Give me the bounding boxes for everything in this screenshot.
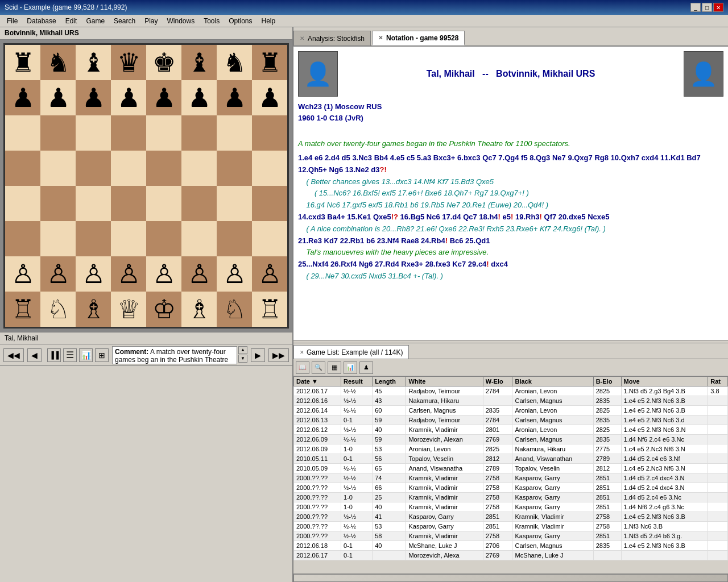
table-row[interactable]: 2012.06.091-053Aronian, Levon2825Nakamur… [294,444,728,454]
square-b1[interactable]: ♘ [40,292,76,327]
square-f7[interactable]: ♟ [181,80,217,115]
nav-board-icon-button[interactable]: ▐▐ [47,348,61,362]
square-a7[interactable]: ♟ [5,80,40,115]
square-h7[interactable]: ♟ [252,80,287,115]
square-e8[interactable]: ♚ [146,45,181,80]
menu-options[interactable]: Options [224,16,257,26]
tab-notation[interactable]: ✕ Notation - game 99528 [372,31,465,45]
table-row[interactable]: 2000.??.??1-025Kramnik, Vladimir2758Kasp… [294,493,728,502]
square-e6[interactable] [146,115,181,151]
close-button[interactable]: ✕ [713,3,723,12]
square-d6[interactable] [111,115,146,151]
square-c4[interactable] [76,186,111,221]
square-d8[interactable]: ♛ [111,45,146,80]
gamelist-graph-icon-button[interactable]: 📊 [344,361,357,374]
nav-list-icon-button[interactable]: ☰ [63,348,77,362]
nav-setup-icon-button[interactable]: ⊞ [95,348,109,362]
square-h4[interactable] [252,186,287,221]
square-d5[interactable] [111,151,146,186]
gamelist-board-icon-button[interactable]: ♟ [359,361,373,374]
square-c8[interactable]: ♝ [76,45,111,80]
square-c6[interactable] [76,115,111,151]
square-a4[interactable] [5,186,40,221]
table-row[interactable]: 2012.06.17½-½45Radjabov, Teimour2784Aron… [294,386,728,396]
tab-analysis-close-icon[interactable]: ✕ [300,35,304,41]
col-rating[interactable]: Rat [708,377,728,386]
tab-notation-close-icon[interactable]: ✕ [378,35,383,41]
gamelist-book-icon-button[interactable]: 📖 [296,361,309,374]
square-c7[interactable]: ♟ [76,80,111,115]
nav-last-button[interactable]: ▶▶ [268,348,289,362]
menu-edit[interactable]: Edit [61,16,82,26]
square-a6[interactable] [5,115,40,151]
square-e5[interactable] [146,151,181,186]
chess-board[interactable]: ♜♞♝♛♚♝♞♜♟♟♟♟♟♟♟♟♙♙♙♙♙♙♙♙♖♘♗♕♔♗♘♖ [3,43,289,329]
table-row[interactable]: 2012.06.16½-½43Nakamura, HikaruCarlsen, … [294,396,728,406]
square-h1[interactable]: ♖ [252,292,287,327]
square-b5[interactable] [40,151,76,186]
table-row[interactable]: 2012.06.09½-½59Morozevich, Alexan2769Car… [294,435,728,444]
square-g8[interactable]: ♞ [217,45,252,80]
col-length[interactable]: Length [373,377,406,386]
nav-first-button[interactable]: ◀◀ [3,348,24,362]
square-a8[interactable]: ♜ [5,45,40,80]
nav-next-button[interactable]: ▶ [251,348,265,362]
square-a2[interactable]: ♙ [5,256,40,292]
menu-play[interactable]: Play [140,16,162,26]
square-f1[interactable]: ♗ [181,292,217,327]
table-row[interactable]: 2012.06.12½-½40Kramnik, Vladimir2801Aron… [294,425,728,435]
gamelist-tab[interactable]: ✕ Game List: Example (all / 114K) [293,345,409,359]
col-b-elo[interactable]: B-Elo [593,377,621,386]
square-a5[interactable] [5,151,40,186]
square-d4[interactable] [111,186,146,221]
square-h6[interactable] [252,115,287,151]
col-move[interactable]: Move [621,377,708,386]
square-b4[interactable] [40,186,76,221]
table-row[interactable]: 2000.??.??½-½66Kramnik, Vladimir2758Kasp… [294,483,728,493]
menu-game[interactable]: Game [81,16,109,26]
scrollbar-bottom[interactable] [293,573,728,582]
moves-text[interactable]: 1.e4 e6 2.d4 d5 3.Nc3 Bb4 4.e5 c5 5.a3 B… [298,152,723,282]
gamelist-search-icon-button[interactable]: 🔍 [312,361,325,374]
square-a3[interactable] [5,221,40,256]
square-h8[interactable]: ♜ [252,45,287,80]
square-g4[interactable] [217,186,252,221]
square-f4[interactable] [181,186,217,221]
square-e3[interactable] [146,221,181,256]
menu-help[interactable]: Help [257,16,280,26]
square-h5[interactable] [252,151,287,186]
comment-scroll-up[interactable]: ▲ [238,346,247,354]
square-d1[interactable]: ♕ [111,292,146,327]
gamelist-tab-close-icon[interactable]: ✕ [300,350,304,355]
col-result[interactable]: Result [341,377,373,386]
square-h3[interactable] [252,221,287,256]
square-e4[interactable] [146,186,181,221]
comment-scroll-down[interactable]: ▼ [238,355,247,363]
square-d7[interactable]: ♟ [111,80,146,115]
square-g2[interactable]: ♙ [217,256,252,292]
table-row[interactable]: 2000.??.??½-½53Kasparov, Garry2851Kramni… [294,522,728,531]
col-date[interactable]: Date ▼ [294,377,341,386]
square-b3[interactable] [40,221,76,256]
square-b7[interactable]: ♟ [40,80,76,115]
table-row[interactable]: 2012.06.170-1Morozevich, Alexa2769McShan… [294,551,728,560]
table-row[interactable]: 2000.??.??½-½74Kramnik, Vladimir2758Kasp… [294,473,728,483]
square-b2[interactable]: ♙ [40,256,76,292]
table-row[interactable]: 2012.06.14½-½60Carlsen, Magnus2835Aronia… [294,406,728,415]
square-g5[interactable] [217,151,252,186]
minimize-button[interactable]: _ [690,3,701,12]
table-row[interactable]: 2010.05.09½-½65Anand, Viswanatha2789Topa… [294,464,728,473]
square-c2[interactable]: ♙ [76,256,111,292]
nav-prev-button[interactable]: ◀ [27,348,42,362]
table-row[interactable]: 2012.06.130-159Radjabov, Teimour2784Carl… [294,415,728,425]
square-g3[interactable] [217,221,252,256]
square-d2[interactable]: ♙ [111,256,146,292]
col-white[interactable]: White [406,377,483,386]
table-row[interactable]: 2000.??.??½-½41Kasparov, Garry2851Kramni… [294,512,728,522]
square-g1[interactable]: ♘ [217,292,252,327]
gamelist-filter-icon-button[interactable]: ▦ [328,361,341,374]
game-table[interactable]: Date ▼ Result Length White W-Elo Black B… [293,376,728,573]
square-f2[interactable]: ♙ [181,256,217,292]
square-f6[interactable] [181,115,217,151]
nav-graph-icon-button[interactable]: 📊 [79,348,93,362]
